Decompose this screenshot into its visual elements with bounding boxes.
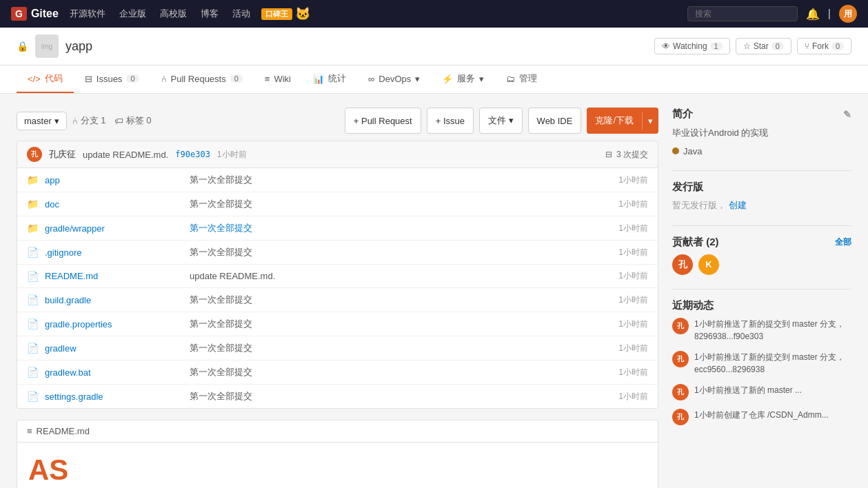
- fork-count: 0: [831, 42, 844, 50]
- clone-arrow-icon[interactable]: ▾: [642, 112, 658, 130]
- file-name[interactable]: gradlew.bat: [45, 367, 183, 378]
- contributor-avatar-1[interactable]: 孔: [672, 254, 693, 275]
- branch-label: master: [24, 116, 52, 126]
- mascot-icon: 🐱: [295, 6, 310, 21]
- file-commit: 第一次全部提交: [190, 294, 586, 306]
- activity-avatar-3: 孔: [672, 384, 689, 400]
- navbar: G Gitee 开源软件 企业版 高校版 博客 活动 口碑王 🐱 🔔 | 用: [0, 0, 868, 28]
- chevron-down-icon4: ▾: [509, 115, 514, 125]
- logo-box: G: [11, 7, 27, 21]
- branch-selector[interactable]: master ▾: [17, 112, 67, 130]
- file-name[interactable]: gradle/wrapper: [45, 223, 183, 234]
- tab-manage[interactable]: 🗂 管理: [495, 65, 548, 93]
- watch-button[interactable]: 👁 Watching 1: [654, 38, 730, 54]
- file-commit: 第一次全部提交: [190, 198, 586, 210]
- tab-issues[interactable]: ⊟ Issues 0: [74, 65, 150, 93]
- readme-file-icon: ≡: [27, 426, 32, 436]
- stats-icon: 📊: [313, 74, 324, 84]
- navbar-link-enterprise[interactable]: 企业版: [119, 8, 146, 20]
- user-avatar[interactable]: 用: [839, 5, 857, 23]
- navbar-links: 开源软件 企业版 高校版 博客 活动: [70, 8, 250, 20]
- file-name[interactable]: gradlew: [45, 343, 183, 354]
- file-name[interactable]: app: [45, 175, 183, 185]
- main-layout: master ▾ ⑃ 分支 1 🏷 标签 0 + Pull Request + …: [0, 94, 868, 488]
- tab-wiki[interactable]: ≡ Wiki: [254, 65, 302, 93]
- promo-badge-area: 口碑王 🐱: [261, 6, 310, 21]
- folder-icon: 📁: [27, 174, 38, 185]
- tab-pullrequests[interactable]: ⑃ Pull Requests 0: [150, 65, 254, 93]
- file-name[interactable]: settings.gradle: [45, 392, 183, 402]
- star-icon: ☆: [743, 41, 751, 51]
- contributors-row: 孔 K: [672, 254, 851, 275]
- tag-count: 🏷 标签 0: [114, 114, 152, 127]
- activity-text-3: 1小时前推送了新的 master ...: [694, 384, 802, 396]
- branch-count-icon: ⑃: [72, 116, 78, 126]
- fork-icon: ⑂: [805, 41, 809, 51]
- file-time: 1小时前: [593, 294, 648, 306]
- settings-icon[interactable]: |: [828, 8, 831, 20]
- readme-header: ≡ README.md: [17, 420, 658, 443]
- logo[interactable]: G Gitee: [11, 7, 59, 21]
- sidebar-intro: 简介 ✎ 毕业设计Android 的实现 Java: [672, 108, 851, 156]
- webide-button[interactable]: Web IDE: [528, 108, 582, 134]
- branch-info: ⑃ 分支 1 🏷 标签 0: [72, 114, 152, 127]
- file-commit: 第一次全部提交: [190, 342, 586, 354]
- activity-avatar-1: 孔: [672, 318, 689, 334]
- commit-count-icon: ⊟: [605, 150, 612, 159]
- file-commit: 第一次全部提交: [190, 174, 586, 186]
- navbar-link-events[interactable]: 活动: [232, 8, 250, 20]
- file-time: 1小时前: [593, 343, 648, 354]
- release-info: 暂无发行版， 创建: [672, 199, 851, 212]
- tab-code[interactable]: </> 代码: [17, 65, 74, 93]
- file-name[interactable]: gradle.properties: [45, 319, 183, 329]
- edit-icon[interactable]: ✎: [843, 109, 851, 120]
- file-name[interactable]: .gitignore: [45, 247, 183, 258]
- navbar-link-blog[interactable]: 博客: [201, 8, 219, 20]
- commit-link[interactable]: 第一次全部提交: [190, 223, 252, 233]
- commit-count: ⊟ 3 次提交: [605, 149, 648, 161]
- file-name[interactable]: README.md: [45, 271, 183, 281]
- sidebar-divider3: [672, 289, 851, 289]
- issues-icon: ⊟: [85, 74, 92, 84]
- file-icon: 📄: [27, 367, 38, 378]
- promo-badge[interactable]: 口碑王: [261, 8, 292, 20]
- file-name[interactable]: doc: [45, 199, 183, 210]
- activity-avatar-4: 孔: [672, 409, 689, 425]
- table-row: 📄 build.gradle 第一次全部提交 1小时前: [17, 288, 658, 312]
- tab-devops[interactable]: ∞ DevOps ▾: [357, 65, 431, 93]
- repo-actions: 👁 Watching 1 ☆ Star 0 ⑂ Fork 0: [654, 38, 851, 54]
- watch-label: Watching: [673, 41, 707, 51]
- table-row: 📄 .gitignore 第一次全部提交 1小时前: [17, 241, 658, 265]
- create-release-link[interactable]: 创建: [729, 200, 747, 210]
- all-contributors-link[interactable]: 全部: [835, 236, 851, 248]
- code-icon: </>: [28, 74, 41, 84]
- pull-request-button[interactable]: + Pull Request: [345, 108, 421, 134]
- table-row: 📄 settings.gradle 第一次全部提交 1小时前: [17, 385, 658, 408]
- search-input[interactable]: [687, 6, 798, 21]
- contributor-avatar-2[interactable]: K: [698, 254, 719, 275]
- navbar-link-education[interactable]: 高校版: [160, 8, 187, 20]
- sidebar-activity-title: 近期动态: [672, 299, 851, 312]
- file-time: 1小时前: [593, 247, 648, 258]
- pr-icon: ⑃: [161, 74, 167, 84]
- logo-text: Gitee: [31, 8, 59, 20]
- star-button[interactable]: ☆ Star 0: [736, 38, 791, 54]
- notification-icon[interactable]: 🔔: [806, 8, 820, 21]
- file-name[interactable]: build.gradle: [45, 295, 183, 305]
- navbar-link-opensource[interactable]: 开源软件: [70, 8, 105, 20]
- repo-info: 🔒 img yapp: [17, 34, 92, 58]
- lock-icon: 🔒: [17, 41, 28, 52]
- list-item: 孔 1小时前创建了仓库 /CSDN_Admm...: [672, 409, 851, 425]
- navbar-right: 🔔 | 用: [687, 5, 857, 23]
- tab-stats[interactable]: 📊 统计: [302, 65, 357, 93]
- file-icon: 📄: [27, 318, 38, 329]
- table-row: 📄 gradlew.bat 第一次全部提交 1小时前: [17, 360, 658, 385]
- file-icon: 📄: [27, 294, 38, 305]
- tab-services[interactable]: ⚡ 服务 ▾: [431, 65, 495, 93]
- file-commit: 第一次全部提交: [190, 222, 586, 234]
- commit-hash[interactable]: f90e303: [175, 150, 210, 159]
- file-button[interactable]: 文件 ▾: [479, 108, 523, 134]
- issue-button[interactable]: + Issue: [427, 108, 474, 134]
- clone-button[interactable]: 克隆/下载 ▾: [587, 108, 658, 134]
- fork-button[interactable]: ⑂ Fork 0: [797, 38, 851, 54]
